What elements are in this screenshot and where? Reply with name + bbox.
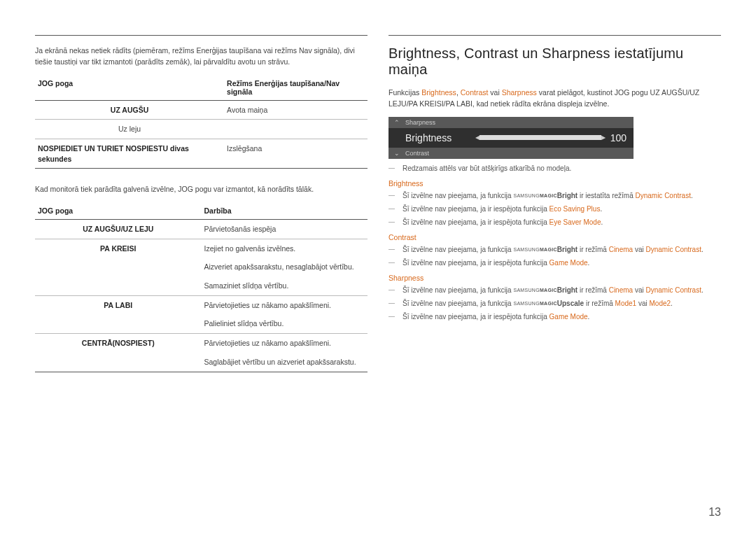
section-intro: Funkcijas Brightness, Contrast vai Sharp… bbox=[388, 87, 721, 110]
divider bbox=[35, 168, 368, 169]
osd-current: Brightness ◀ ▶ 100 bbox=[388, 128, 634, 148]
note: ― Šī izvēlne nav pieejama, ja ir iespējo… bbox=[388, 311, 721, 322]
note: ― Šī izvēlne nav pieejama, ja ir iespējo… bbox=[388, 217, 721, 227]
note: ― Šī izvēlne nav pieejama, ja funkcija S… bbox=[388, 244, 721, 255]
chevron-down-icon: ⌄ bbox=[394, 150, 400, 157]
divider bbox=[35, 372, 368, 372]
divider bbox=[35, 35, 368, 36]
table-power-mode: JOG poga Režīms Enerģijas taupīšana/Nav … bbox=[35, 75, 368, 169]
table-row: NOSPIEDIET UN TURIET NOSPIESTU divas sek… bbox=[35, 139, 368, 168]
table-row: Uz leju bbox=[35, 120, 368, 139]
table-row: PA LABI Pārvietojieties uz nākamo apakšl… bbox=[35, 296, 368, 315]
note: ― Šī izvēlne nav pieejama, ja ir iespējo… bbox=[388, 258, 721, 268]
osd-preview: ⌃ Sharpness Brightness ◀ ▶ 100 ⌄ Contras… bbox=[388, 117, 634, 159]
subheading-brightness: Brightness bbox=[388, 179, 721, 188]
osd-slider bbox=[479, 135, 601, 140]
subheading-sharpness: Sharpness bbox=[388, 274, 721, 282]
left-column: Ja ekrānā nekas netiek rādīts (piemēram,… bbox=[35, 35, 368, 372]
osd-label: Brightness bbox=[405, 132, 475, 143]
table-header: JOG poga bbox=[35, 202, 202, 219]
osd-up-option: ⌃ Sharpness bbox=[388, 117, 634, 128]
page-number: 13 bbox=[708, 506, 721, 519]
mid-paragraph: Kad monitorā tiek parādīta galvenā izvēl… bbox=[35, 184, 368, 195]
note: ― Šī izvēlne nav pieejama, ja funkcija S… bbox=[388, 190, 721, 201]
osd-down-option: ⌄ Contrast bbox=[388, 148, 634, 159]
intro-paragraph: Ja ekrānā nekas netiek rādīts (piemēram,… bbox=[35, 45, 368, 68]
note: ― Šī izvēlne nav pieejama, ja funkcija S… bbox=[388, 298, 721, 309]
table-row: UZ AUGŠU Avota maiņa bbox=[35, 101, 368, 120]
section-heading: Brightness, Contrast un Sharpness iestat… bbox=[388, 45, 721, 78]
table-header: Režīms Enerģijas taupīšana/Nav signāla bbox=[224, 75, 368, 100]
note: ― Šī izvēlne nav pieejama, ja ir iespējo… bbox=[388, 204, 721, 214]
table-header: Darbība bbox=[202, 202, 368, 219]
right-column: Brightness, Contrast un Sharpness iestat… bbox=[388, 35, 721, 372]
osd-value: 100 bbox=[606, 132, 626, 143]
disclaimer: ―Redzamais attēls var būt atšķirīgs atka… bbox=[388, 163, 721, 174]
subheading-contrast: Contrast bbox=[388, 233, 721, 241]
chevron-up-icon: ⌃ bbox=[394, 119, 400, 126]
note: ― Šī izvēlne nav pieejama, ja funkcija S… bbox=[388, 285, 721, 295]
table-actions: JOG poga Darbība UZ AUGŠU/UZ LEJU Pārvie… bbox=[35, 202, 368, 372]
table-row: UZ AUGŠU/UZ LEJU Pārvietošanās iespēja bbox=[35, 220, 368, 239]
table-header: JOG poga bbox=[35, 75, 224, 100]
table-row: PA KREISI Izejiet no galvenās izvēlnes. bbox=[35, 239, 368, 258]
divider bbox=[388, 35, 721, 36]
table-row: CENTRĀ(NOSPIEST) Pārvietojieties uz nāka… bbox=[35, 334, 368, 353]
